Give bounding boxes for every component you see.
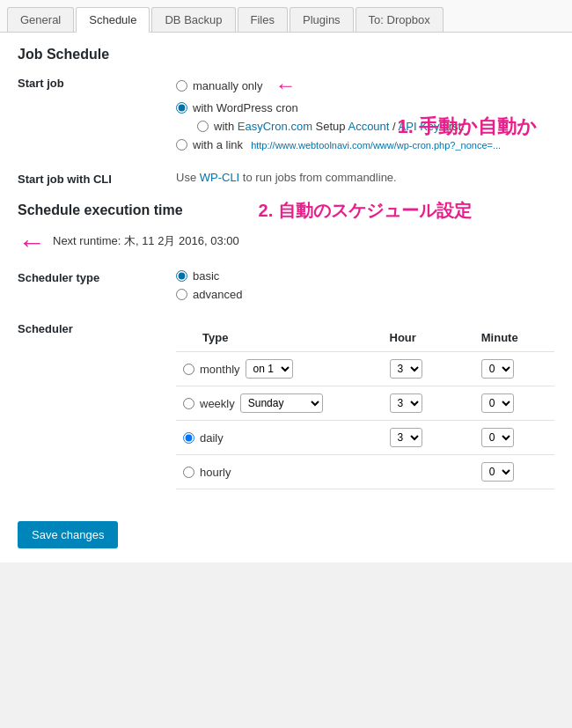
- start-job-cli-row: Start job with CLI Use WP-CLI to run job…: [18, 171, 554, 186]
- radio-daily-input[interactable]: [183, 432, 194, 444]
- radio-monthly-label: monthly: [200, 363, 240, 376]
- radio-wpcron-label: with WordPress cron: [193, 101, 298, 114]
- col-header-minute: Minute: [474, 327, 554, 352]
- scheduler-label: Scheduler: [18, 320, 176, 335]
- next-runtime: Next runtime: 木, 11 2月 2016, 03:00: [53, 233, 239, 249]
- arrow-manually: ←: [275, 75, 297, 96]
- tab-files[interactable]: Files: [238, 7, 288, 32]
- scheduler-monthly-hour: 3: [383, 352, 474, 386]
- tab-db-backup[interactable]: DB Backup: [151, 7, 235, 32]
- annotation-1: 1. 手動か自動か: [345, 115, 537, 138]
- schedule-execution-title: Schedule execution time: [18, 202, 183, 218]
- scheduler-type-options: basic advanced: [176, 269, 554, 306]
- schedule-title-row: Schedule execution time 2. 自動のスケジュール設定: [18, 200, 554, 221]
- radio-basic-label: basic: [193, 269, 219, 283]
- scheduler-hourly-minute: 0: [474, 455, 554, 489]
- radio-hourly-label: hourly: [200, 466, 231, 479]
- content-area: Job Schedule Start job 1. 手動か自動か manuall…: [0, 33, 572, 563]
- scheduler-hourly-hour: [383, 455, 474, 489]
- scheduler-type-row: Scheduler type basic advanced: [18, 269, 554, 306]
- radio-monthly-input[interactable]: [183, 364, 194, 375]
- scheduler-row-monthly: monthly on 1 3: [176, 352, 554, 386]
- start-job-cli-label: Start job with CLI: [18, 171, 176, 186]
- radio-hourly-input[interactable]: [183, 467, 194, 478]
- monthly-minute-select[interactable]: 0: [481, 359, 514, 379]
- start-job-row: Start job 1. 手動か自動か manually only ← with…: [18, 75, 554, 157]
- radio-daily-label: daily: [200, 431, 224, 445]
- tab-plugins[interactable]: Plugins: [290, 7, 354, 32]
- monthly-day-select[interactable]: on 1: [246, 359, 293, 379]
- radio-wpcron-input[interactable]: [176, 102, 187, 114]
- scheduler-monthly-type: monthly on 1: [176, 352, 383, 386]
- save-button[interactable]: Save changes: [18, 521, 118, 548]
- radio-basic-input[interactable]: [176, 270, 187, 282]
- col-header-type: Type: [176, 327, 383, 352]
- scheduler-weekly-minute: 0: [474, 386, 554, 421]
- scheduler-daily-minute: 0: [474, 421, 554, 455]
- scheduler-row: Scheduler Type Hour Minute: [18, 320, 554, 489]
- scheduler-table: Type Hour Minute monthly: [176, 327, 554, 489]
- radio-easycron-input[interactable]: [197, 121, 209, 132]
- tab-schedule[interactable]: Schedule: [76, 7, 150, 33]
- col-header-hour: Hour: [383, 327, 474, 352]
- radio-advanced-label: advanced: [193, 288, 242, 301]
- radio-weekly-label: weekly: [200, 397, 235, 410]
- scheduler-weekly-type: weekly Sunday Monday Tuesday Wednesday T…: [176, 386, 383, 421]
- start-job-options: 1. 手動か自動か manually only ← with WordPress…: [176, 75, 554, 157]
- easycron-link[interactable]: EasyCron.com: [238, 120, 312, 133]
- cron-link-url: http://www.webtoolnavi.com/www/wp-cron.p…: [248, 140, 501, 151]
- cron-url-link[interactable]: http://www.webtoolnavi.com/www/wp-cron.p…: [251, 140, 501, 151]
- radio-advanced: advanced: [176, 288, 554, 301]
- radio-weekly-input[interactable]: [183, 398, 194, 409]
- radio-manually: manually only ←: [176, 75, 554, 96]
- scheduler-table-container: Type Hour Minute monthly: [176, 320, 554, 489]
- radio-link-input[interactable]: [176, 139, 187, 151]
- scheduler-hourly-type: hourly: [176, 455, 383, 489]
- daily-minute-select[interactable]: 0: [481, 428, 514, 447]
- scheduler-daily-type: daily: [176, 421, 383, 455]
- monthly-hour-select[interactable]: 3: [390, 359, 422, 379]
- scheduler-type-label: Scheduler type: [18, 269, 176, 284]
- schedule-execution-section: Schedule execution time 2. 自動のスケジュール設定 ←…: [18, 200, 554, 259]
- scheduler-row-hourly: hourly 0: [176, 455, 554, 489]
- start-job-label: Start job: [18, 75, 176, 90]
- annotation-2-container: 2. 自動のスケジュール設定: [206, 200, 472, 221]
- weekly-day-select[interactable]: Sunday Monday Tuesday Wednesday Thursday…: [240, 393, 323, 413]
- daily-hour-select[interactable]: 3: [390, 428, 422, 447]
- scheduler-row-weekly: weekly Sunday Monday Tuesday Wednesday T…: [176, 386, 554, 421]
- section-title: Job Schedule: [18, 47, 554, 63]
- hourly-minute-select[interactable]: 0: [481, 462, 514, 482]
- radio-wpcron: with WordPress cron: [176, 101, 554, 114]
- tabs-bar: General Schedule DB Backup Files Plugins…: [0, 0, 572, 33]
- scheduler-monthly-minute: 0: [474, 352, 554, 386]
- annotation-2: 2. 自動のスケジュール設定: [259, 200, 472, 221]
- scheduler-header-row: Type Hour Minute: [176, 327, 554, 352]
- scheduler-daily-hour: 3: [383, 421, 474, 455]
- scheduler-row-daily: daily 3 0: [176, 421, 554, 455]
- page-wrapper: General Schedule DB Backup Files Plugins…: [0, 0, 572, 563]
- arrow-next-runtime: ←: [18, 226, 46, 259]
- radio-manually-input[interactable]: [176, 80, 187, 92]
- radio-advanced-input[interactable]: [176, 289, 187, 300]
- weekly-hour-select[interactable]: 3: [390, 393, 422, 413]
- radio-link: with a link http://www.webtoolnavi.com/w…: [176, 138, 554, 151]
- next-runtime-row: ← Next runtime: 木, 11 2月 2016, 03:00: [18, 226, 554, 259]
- start-job-cli-value: Use WP-CLI to run jobs from commandline.: [176, 171, 554, 184]
- weekly-minute-select[interactable]: 0: [481, 393, 514, 413]
- radio-manually-label: manually only: [193, 79, 263, 92]
- scheduler-weekly-hour: 3: [383, 386, 474, 421]
- radio-link-label: with a link: [193, 138, 243, 151]
- tab-general[interactable]: General: [7, 7, 74, 32]
- radio-basic: basic: [176, 269, 554, 283]
- tab-to-dropbox[interactable]: To: Dropbox: [356, 7, 444, 32]
- wpcli-link[interactable]: WP-CLI: [200, 171, 240, 184]
